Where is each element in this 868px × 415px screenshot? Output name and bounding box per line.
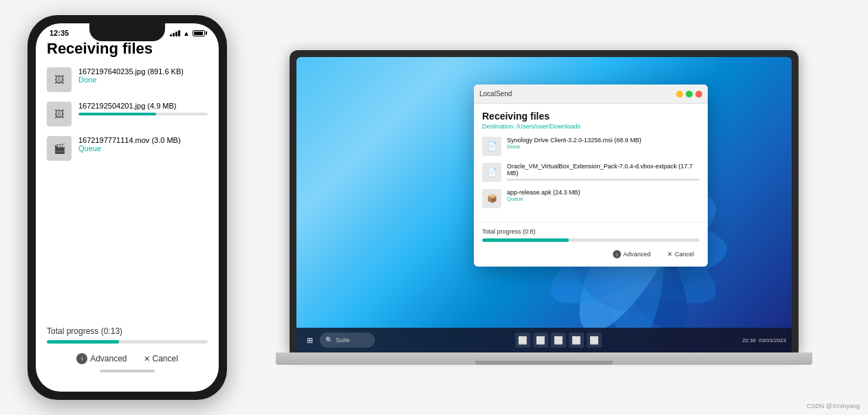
laptop: LocalSend Receiving files Destination: /… [248, 50, 840, 365]
laptop-screen-bezel: LocalSend Receiving files Destination: /… [296, 57, 792, 352]
phone-home-bar [47, 364, 208, 378]
phone-file-info-3: 1672197771114.mov (3.0 MB) Queue [78, 136, 208, 153]
localsend-dialog: LocalSend Receiving files Destination: /… [474, 85, 708, 267]
phone-file-name-2: 1672192504201.jpg (4.9 MB) [78, 102, 208, 110]
taskbar-time: 22:36 [742, 337, 756, 344]
dialog-x-icon: ✕ [667, 251, 673, 258]
taskbar-right: 22:36 03/03/2023 [742, 337, 786, 344]
phone-file-info-2: 1672192504201.jpg (4.9 MB) [78, 102, 208, 115]
close-button[interactable] [695, 91, 702, 98]
dialog-file-2: 📄 Oracle_VM_VirtualBox_Extension_Pack-7.… [482, 163, 699, 182]
windows-taskbar: ⊞ 🔍 Suite ⬜ ⬜ ⬜ ⬜ ⬜ [296, 328, 792, 352]
phone-file-item-1: 🖼 1672197640235.jpg (891.6 KB) Done [47, 67, 208, 92]
dialog-total-fill [482, 238, 569, 242]
phone-total-label: Total progress (0:13) [47, 326, 208, 336]
info-icon: i [76, 353, 87, 364]
wifi-icon: ▲ [183, 30, 190, 37]
phone-cancel-label: Cancel [153, 354, 178, 363]
dialog-file-icon-1: 📄 [482, 137, 501, 156]
home-indicator [100, 370, 155, 372]
dialog-total-bar [482, 238, 699, 242]
dialog-file-name-3: app-release.apk (24.3 MB) [507, 189, 699, 196]
phone-file-item-3: 🎬 1672197771114.mov (3.0 MB) Queue [47, 136, 208, 161]
taskbar-app-2[interactable]: ⬜ [533, 333, 548, 348]
dialog-file-icon-2: 📄 [482, 163, 501, 182]
maximize-button[interactable] [686, 91, 693, 98]
dialog-window-controls [676, 91, 702, 98]
dialog-cancel-label: Cancel [675, 251, 694, 258]
windows-desktop: LocalSend Receiving files Destination: /… [296, 57, 792, 352]
phone-file-info-1: 1672197640235.jpg (891.6 KB) Done [78, 67, 208, 84]
phone-receiving-title: Receiving files [47, 40, 208, 58]
phone-file-status-1: Done [78, 76, 208, 84]
taskbar-search-text: Suite [336, 337, 350, 344]
phone-file-thumb-2: 🖼 [47, 102, 72, 126]
phone-status-icons: ▲ [170, 30, 205, 37]
dialog-file-info-1: Synology Drive Client-3.2.0-13256.msi (6… [507, 137, 699, 150]
phone-cancel-button[interactable]: ✕ Cancel [144, 353, 178, 364]
minimize-button[interactable] [676, 91, 683, 98]
phone: 12:35 ▲ Receiving files [28, 15, 227, 400]
phone-notch [89, 23, 165, 41]
dialog-file-progress-2 [507, 179, 699, 181]
phone-body: 12:35 ▲ Receiving files [28, 15, 227, 400]
phone-total-bar [47, 340, 208, 344]
search-icon: 🔍 [325, 337, 333, 344]
dialog-file-3: 📦 app-release.apk (24.3 MB) Queue [482, 189, 699, 208]
taskbar-search[interactable]: 🔍 Suite [320, 333, 375, 348]
x-icon: ✕ [144, 355, 150, 363]
dialog-file-icon-3: 📦 [482, 189, 501, 208]
dialog-heading: Receiving files [482, 111, 699, 122]
windows-start-icon[interactable]: ⊞ [302, 333, 317, 348]
watermark: CSDN @Xminyang [807, 403, 860, 410]
dialog-footer: Total progress (0:8) i Advanced ✕ [474, 222, 708, 267]
taskbar-left: ⊞ 🔍 Suite [302, 333, 375, 348]
dialog-advanced-button[interactable]: i Advanced [607, 247, 656, 261]
phone-actions: i Advanced ✕ Cancel [47, 353, 208, 364]
taskbar-app-4[interactable]: ⬜ [569, 333, 584, 348]
taskbar-date: 03/03/2023 [759, 337, 786, 344]
taskbar-center: ⬜ ⬜ ⬜ ⬜ ⬜ [515, 333, 602, 348]
dialog-body: Receiving files Destination: /Users/user… [474, 104, 708, 222]
taskbar-app-1[interactable]: ⬜ [515, 333, 530, 348]
dialog-file-name-2: Oracle_VM_VirtualBox_Extension_Pack-7.0.… [507, 163, 699, 177]
phone-file-name-1: 1672197640235.jpg (891.6 KB) [78, 67, 208, 76]
phone-screen: 12:35 ▲ Receiving files [36, 23, 219, 392]
phone-footer: Total progress (0:13) i Advanced ✕ Cance… [36, 326, 219, 392]
dialog-title: LocalSend [479, 90, 512, 98]
phone-time: 12:35 [50, 29, 69, 37]
dialog-titlebar: LocalSend [474, 85, 708, 104]
battery-icon [193, 30, 205, 36]
phone-advanced-button[interactable]: i Advanced [76, 353, 127, 364]
dialog-file-status-1: Done [507, 144, 699, 150]
phone-file-name-3: 1672197771114.mov (3.0 MB) [78, 136, 208, 144]
phone-file-progress-fill-2 [78, 113, 156, 115]
phone-file-progress-2 [78, 113, 208, 115]
dialog-advanced-label: Advanced [623, 251, 651, 258]
phone-file-item-2: 🖼 1672192504201.jpg (4.9 MB) [47, 102, 208, 126]
dialog-cancel-button[interactable]: ✕ Cancel [662, 247, 699, 261]
phone-advanced-label: Advanced [90, 354, 127, 363]
signal-icon [170, 30, 180, 36]
phone-file-status-3: Queue [78, 144, 208, 153]
dialog-file-name-1: Synology Drive Client-3.2.0-13256.msi (6… [507, 137, 699, 144]
laptop-screen-outer: LocalSend Receiving files Destination: /… [290, 50, 799, 352]
dialog-total-label: Total progress (0:8) [482, 228, 699, 235]
phone-file-thumb-3: 🎬 [47, 136, 72, 161]
laptop-hinge [475, 361, 613, 365]
dialog-file-1: 📄 Synology Drive Client-3.2.0-13256.msi … [482, 137, 699, 156]
phone-file-thumb-1: 🖼 [47, 67, 72, 92]
dialog-actions: i Advanced ✕ Cancel [482, 247, 699, 261]
taskbar-app-5[interactable]: ⬜ [587, 333, 602, 348]
dialog-file-status-3: Queue [507, 196, 699, 202]
dialog-file-info-2: Oracle_VM_VirtualBox_Extension_Pack-7.0.… [507, 163, 699, 181]
dialog-file-info-3: app-release.apk (24.3 MB) Queue [507, 189, 699, 202]
dialog-info-icon: i [613, 250, 621, 258]
phone-content: Receiving files 🖼 1672197640235.jpg (891… [36, 40, 219, 326]
laptop-screen-content: LocalSend Receiving files Destination: /… [296, 57, 792, 352]
taskbar-app-3[interactable]: ⬜ [551, 333, 566, 348]
phone-total-fill [47, 340, 119, 344]
dialog-subheading: Destination: /Users/user/Downloads [482, 123, 699, 130]
laptop-base [276, 352, 812, 365]
